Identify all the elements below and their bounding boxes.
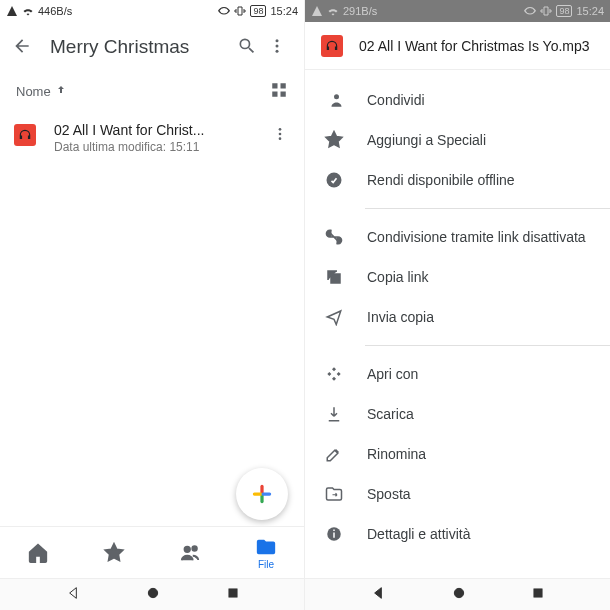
wifi-icon xyxy=(22,5,34,17)
eye-off-icon xyxy=(524,5,536,17)
svg-point-1 xyxy=(276,44,279,47)
apps-icon xyxy=(323,363,345,385)
android-nav-bar xyxy=(0,578,304,610)
add-fab[interactable] xyxy=(236,468,288,520)
network-speed: 291B/s xyxy=(343,5,377,17)
svg-point-9 xyxy=(279,137,282,140)
menu-details[interactable]: Dettagli e attività xyxy=(305,514,610,554)
nav-starred[interactable] xyxy=(76,527,152,578)
battery-level: 98 xyxy=(556,5,572,17)
svg-point-20 xyxy=(454,588,463,597)
file-row[interactable]: 02 All I Want for Christ... Data ultima … xyxy=(0,110,304,166)
menu-share[interactable]: Condividi xyxy=(305,80,610,120)
file-modified: Data ultima modifica: 15:11 xyxy=(54,140,270,154)
svg-rect-5 xyxy=(272,91,277,96)
edit-icon xyxy=(323,443,345,465)
download-icon xyxy=(323,403,345,425)
menu-list: Condividi Aggiungi a Speciali Rendi disp… xyxy=(305,70,610,610)
svg-point-14 xyxy=(334,94,339,99)
svg-point-12 xyxy=(148,588,157,597)
sort-row[interactable]: Nome xyxy=(0,72,304,110)
star-icon xyxy=(323,129,345,151)
nav-files[interactable]: File xyxy=(228,527,304,578)
nav-back[interactable] xyxy=(65,585,81,604)
svg-rect-13 xyxy=(228,589,236,597)
svg-point-8 xyxy=(279,133,282,136)
vibrate-icon xyxy=(234,5,246,17)
info-icon xyxy=(323,523,345,545)
status-bar: 291B/s 98 15:24 xyxy=(305,0,610,22)
nav-home-sys[interactable] xyxy=(145,585,161,604)
svg-rect-21 xyxy=(534,589,542,597)
nav-back[interactable] xyxy=(370,585,386,604)
nav-shared[interactable] xyxy=(152,527,228,578)
menu-send-copy[interactable]: Invia copia xyxy=(305,297,610,337)
folder-title: Merry Christmas xyxy=(50,36,232,58)
nav-home[interactable] xyxy=(0,527,76,578)
bottom-nav: File xyxy=(0,526,304,578)
eye-off-icon xyxy=(218,5,230,17)
link-off-icon xyxy=(323,226,345,248)
menu-rename[interactable]: Rinomina xyxy=(305,434,610,474)
svg-rect-4 xyxy=(281,83,286,88)
sheet-header: 02 All I Want for Christmas Is Yo.mp3 xyxy=(305,22,610,70)
toolbar: Merry Christmas xyxy=(0,22,304,72)
sort-label: Nome xyxy=(16,84,51,99)
file-actions-sheet: 291B/s 98 15:24 02 All I Want for Christ… xyxy=(305,0,610,610)
audio-file-icon xyxy=(321,35,343,57)
file-name: 02 All I Want for Christ... xyxy=(54,122,270,138)
battery-level: 98 xyxy=(250,5,266,17)
vibrate-icon xyxy=(540,5,552,17)
menu-move[interactable]: Sposta xyxy=(305,474,610,514)
signal-icon xyxy=(311,5,323,17)
wifi-icon xyxy=(327,5,339,17)
svg-point-7 xyxy=(279,128,282,131)
nav-recent[interactable] xyxy=(226,586,240,603)
menu-open-with[interactable]: Apri con xyxy=(305,354,610,394)
signal-icon xyxy=(6,5,18,17)
nav-recent[interactable] xyxy=(531,586,545,603)
audio-file-icon xyxy=(14,124,36,146)
back-button[interactable] xyxy=(12,36,32,59)
send-icon xyxy=(323,306,345,328)
drive-folder-view: 446B/s 98 15:24 Merry Christmas Nome xyxy=(0,0,305,610)
svg-rect-18 xyxy=(333,533,335,538)
svg-rect-19 xyxy=(333,530,335,532)
android-nav-bar xyxy=(305,578,610,610)
menu-star[interactable]: Aggiungi a Speciali xyxy=(305,120,610,160)
menu-link-off[interactable]: Condivisione tramite link disattivata xyxy=(305,217,610,257)
sort-arrow-icon xyxy=(55,84,67,99)
folder-move-icon xyxy=(323,483,345,505)
sheet-file-name: 02 All I Want for Christmas Is Yo.mp3 xyxy=(359,38,594,54)
copy-icon xyxy=(323,266,345,288)
status-bar: 446B/s 98 15:24 xyxy=(0,0,304,22)
clock: 15:24 xyxy=(270,5,298,17)
clock: 15:24 xyxy=(576,5,604,17)
menu-download[interactable]: Scarica xyxy=(305,394,610,434)
svg-rect-6 xyxy=(281,91,286,96)
grid-view-button[interactable] xyxy=(270,81,288,102)
svg-point-0 xyxy=(276,39,279,42)
more-button[interactable] xyxy=(262,37,292,58)
nav-files-label: File xyxy=(258,559,274,570)
menu-offline[interactable]: Rendi disponibile offline xyxy=(305,160,610,200)
file-more-button[interactable] xyxy=(270,126,290,146)
search-button[interactable] xyxy=(232,36,262,59)
offline-icon xyxy=(323,169,345,191)
svg-point-2 xyxy=(276,49,279,52)
person-add-icon xyxy=(323,89,345,111)
menu-copy-link[interactable]: Copia link xyxy=(305,257,610,297)
svg-rect-3 xyxy=(272,83,277,88)
network-speed: 446B/s xyxy=(38,5,72,17)
svg-point-10 xyxy=(185,546,191,552)
svg-point-11 xyxy=(192,546,197,551)
nav-home-sys[interactable] xyxy=(451,585,467,604)
svg-point-15 xyxy=(327,173,342,188)
